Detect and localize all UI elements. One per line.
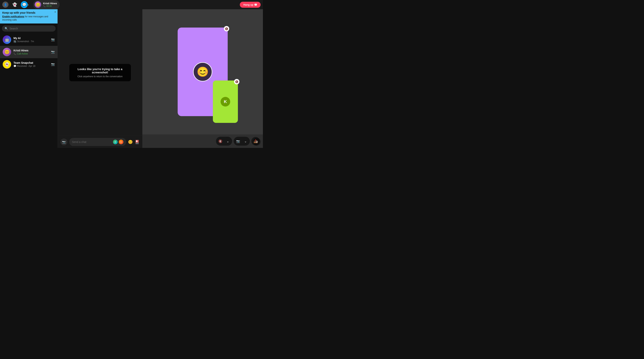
notif-close-button[interactable]: × — [54, 11, 56, 14]
notif-body: Enable notifications for new messages an… — [2, 15, 55, 22]
input-icons: B G — [113, 140, 123, 144]
chat-input-placeholder: Send a chat — [72, 140, 86, 144]
sticker-button[interactable]: 🎴 — [135, 140, 140, 144]
main-layout: Keep up with your friends Enable notific… — [0, 9, 263, 148]
myai-info: My AI 📷 Screenshot · 7m — [14, 37, 49, 43]
video-scene[interactable]: 🔇 😊 🔇 K — [142, 9, 263, 134]
chat-body[interactable]: Looks like you're trying to take a scree… — [58, 9, 142, 136]
kristi-name: Kristi Hines — [14, 49, 49, 52]
nav-icons: 👤 👻 💬 — [2, 1, 28, 8]
mic-control-group: 🔇 ⌄ — [216, 137, 232, 146]
emoji-button[interactable]: 😊 — [128, 140, 133, 144]
user-avatar-icon[interactable]: 👤 — [2, 2, 8, 8]
notif-title: Keep up with your friends — [2, 11, 55, 14]
chat-area: Looks like you're trying to take a scree… — [58, 9, 142, 148]
team-info: Team Snapchat 💬 Received · Apr 18 — [14, 61, 49, 67]
search-bar: 🔍 — [0, 24, 58, 34]
top-bar: 👤 👻 💬 ‹ 😊 Kristi Hines 📞 00:30 Hang up ☎ — [0, 0, 263, 9]
caller-card-self: 🔇 K — [213, 81, 238, 123]
notif-link[interactable]: Enable notifications — [2, 15, 24, 18]
tooltip-sub: Click anywhere to return to the conversa… — [74, 75, 126, 78]
myai-avatar: 🤖 — [3, 36, 11, 44]
bitmoji-icon-2[interactable]: G — [119, 140, 123, 144]
chat-item-myai[interactable]: 🤖 My AI 📷 Screenshot · 7m 📷 — [0, 34, 58, 46]
notification-banner: Keep up with your friends Enable notific… — [0, 9, 58, 24]
kristi-info: Kristi Hines 📞 Call Active — [14, 49, 49, 55]
team-name: Team Snapchat — [14, 61, 49, 64]
ghost-icon[interactable]: 👻 — [12, 2, 18, 8]
call-controls: 🔇 ⌄ 📷 ⌄ 📤 — [142, 134, 263, 148]
myai-name: My AI — [14, 37, 49, 40]
camera-control-group: 📷 ⌄ — [234, 137, 250, 146]
sidebar: Keep up with your friends Enable notific… — [0, 9, 58, 148]
corner-settings-button[interactable]: ⚙ — [253, 138, 260, 146]
myai-sub: 📷 Screenshot · 7m — [14, 40, 49, 43]
caller-info: Kristi Hines 📞 00:30 — [43, 2, 57, 7]
kristi-avatar: 😊 — [3, 48, 11, 56]
caller-avatar-large: 😊 — [193, 62, 212, 82]
team-sub: 💬 Received · Apr 18 — [14, 65, 49, 67]
search-icon: 🔍 — [4, 27, 8, 30]
mute-badge-main: 🔇 — [224, 26, 229, 31]
mute-badge-self: 🔇 — [234, 79, 240, 84]
camera-button[interactable]: 📷 — [60, 139, 67, 145]
myai-camera-icon[interactable]: 📷 — [51, 38, 55, 42]
chat-icon-active[interactable]: 💬 — [21, 1, 28, 8]
mic-mute-button[interactable]: 🔇 — [217, 138, 224, 145]
self-initial: K — [220, 97, 230, 107]
caller-name: Kristi Hines — [43, 2, 57, 5]
team-camera-icon[interactable]: 📷 — [51, 62, 55, 66]
chat-item-team[interactable]: 👻 Team Snapchat 💬 Received · Apr 18 📷 — [0, 58, 58, 71]
back-button[interactable]: ‹ — [28, 3, 29, 7]
team-avatar: 👻 — [3, 60, 11, 69]
chat-list: 🤖 My AI 📷 Screenshot · 7m 📷 😊 Kristi Hin… — [0, 34, 58, 148]
camera-off-button[interactable]: 📷 — [234, 138, 242, 145]
call-timer: 📞 00:30 — [43, 5, 57, 7]
search-input[interactable] — [10, 27, 53, 30]
chat-input-bar: 📷 Send a chat B G 😊 🎴 — [58, 136, 142, 148]
mic-expand-button[interactable]: ⌄ — [224, 138, 231, 145]
bitmoji-icon-1[interactable]: B — [113, 140, 118, 144]
hang-up-button[interactable]: Hang up ☎ — [240, 2, 260, 8]
call-header: 😊 Kristi Hines 📞 00:30 — [33, 0, 60, 9]
kristi-sub: 📞 Call Active — [14, 52, 49, 55]
chat-input-field[interactable]: Send a chat B G — [69, 138, 126, 146]
chat-item-kristi[interactable]: 😊 Kristi Hines 📞 Call Active 📷 — [0, 46, 58, 58]
search-input-wrap: 🔍 — [2, 26, 56, 32]
screenshot-tooltip[interactable]: Looks like you're trying to take a scree… — [69, 64, 131, 81]
kristi-camera-icon[interactable]: 📷 — [51, 50, 55, 54]
caller-avatar: 😊 — [35, 1, 41, 8]
camera-expand-button[interactable]: ⌄ — [242, 138, 249, 145]
video-area: 🔇 😊 🔇 K 🔇 ⌄ — [142, 9, 263, 148]
tooltip-title: Looks like you're trying to take a scree… — [74, 67, 126, 74]
